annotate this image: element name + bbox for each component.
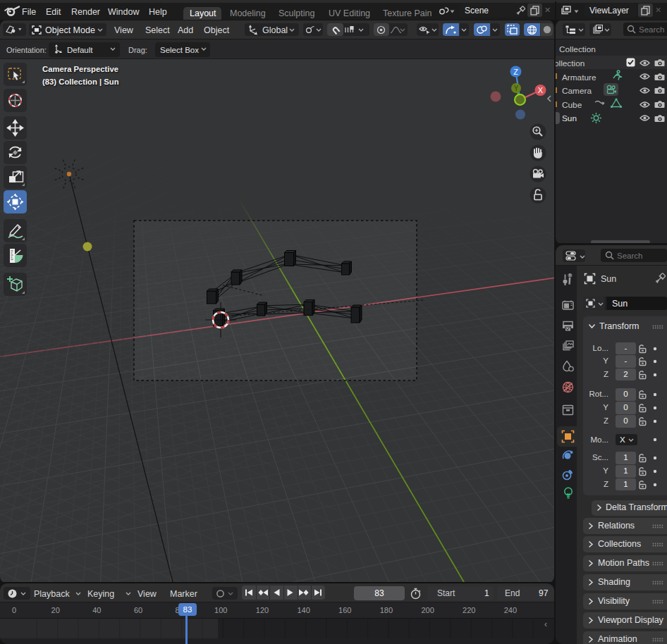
svg-text:Z: Z [513,68,518,76]
svg-text:Y: Y [514,85,519,92]
svg-text:X: X [538,86,544,94]
